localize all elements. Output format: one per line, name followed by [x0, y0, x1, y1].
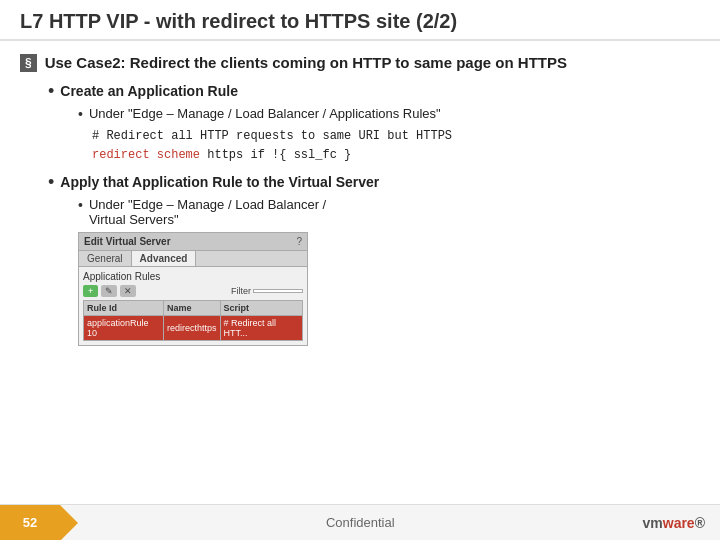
vmware-vm-text: vm	[643, 515, 663, 531]
screenshot-titlebar: Edit Virtual Server ?	[79, 233, 307, 251]
screenshot-body: Application Rules + ✎ ✕ Filter Rule Id N…	[79, 267, 307, 345]
use-case-block: § Use Case2: Redirect the clients coming…	[20, 53, 700, 73]
footer-triangle	[60, 505, 78, 541]
section2-label: Apply that Application Rule to the Virtu…	[60, 174, 379, 190]
code-highlight: redirect scheme	[92, 148, 200, 162]
table-row: applicationRule 10 redirecthttps # Redir…	[84, 315, 303, 340]
bullet-dot-2: •	[48, 172, 54, 193]
code-line-2: redirect scheme https if !{ ssl_fc }	[92, 146, 700, 165]
screenshot-title: Edit Virtual Server	[84, 236, 171, 247]
section2-heading: • Apply that Application Rule to the Vir…	[48, 174, 700, 193]
section1-label: Create an Application Rule	[60, 83, 238, 99]
cell-script: # Redirect all HTT...	[220, 315, 302, 340]
screenshot-tab-general: General	[79, 251, 132, 266]
footer-confidential: Confidential	[78, 515, 643, 530]
col-header-name: Name	[164, 300, 221, 315]
screenshot-tab-advanced: Advanced	[132, 251, 197, 266]
col-header-script: Script	[220, 300, 302, 315]
screenshot-filter-label: Filter	[231, 286, 251, 296]
screenshot-close-icon: ?	[296, 236, 302, 247]
screenshot-filter-input	[253, 289, 303, 293]
main-content: § Use Case2: Redirect the clients coming…	[0, 41, 720, 356]
screenshot-add-btn: +	[83, 285, 98, 297]
section1-sublabel: Under "Edge – Manage / Load Balancer / A…	[89, 106, 441, 121]
vmware-suffix: ®	[695, 515, 705, 531]
screenshot-mockup: Edit Virtual Server ? General Advanced A…	[78, 232, 308, 346]
code-rest: https if !{ ssl_fc }	[200, 148, 351, 162]
bullet-dot-1-1: •	[78, 106, 83, 122]
vmware-ware-text: ware	[663, 515, 695, 531]
use-case-marker: §	[20, 54, 37, 72]
col-header-id: Rule Id	[84, 300, 164, 315]
bullet-dot-1: •	[48, 81, 54, 102]
screenshot-section-label: Application Rules	[83, 271, 303, 282]
screenshot-filter: Filter	[231, 286, 303, 296]
vmware-logo: vmware®	[643, 515, 705, 531]
screenshot-toolbar: + ✎ ✕ Filter	[83, 285, 303, 297]
section2-sub: • Under "Edge – Manage / Load Balancer /…	[78, 197, 700, 227]
screenshot-del-btn: ✕	[120, 285, 136, 297]
section2-sublabel-line1: Under "Edge – Manage / Load Balancer /	[89, 197, 326, 212]
section2-sublabel: Under "Edge – Manage / Load Balancer / V…	[89, 197, 326, 227]
cell-name: redirecthttps	[164, 315, 221, 340]
section2-sublabel-line2: Virtual Servers"	[89, 212, 179, 227]
footer: 52 Confidential vmware®	[0, 504, 720, 540]
footer-logo: vmware®	[643, 515, 720, 531]
bullet-dot-2-1: •	[78, 197, 83, 213]
section1-heading: • Create an Application Rule	[48, 83, 700, 102]
screenshot-tabs: General Advanced	[79, 251, 307, 267]
screenshot-edit-btn: ✎	[101, 285, 117, 297]
cell-id: applicationRule 10	[84, 315, 164, 340]
section1-sub: • Under "Edge – Manage / Load Balancer /…	[78, 106, 700, 122]
screenshot-table: Rule Id Name Script applicationRule 10 r…	[83, 300, 303, 341]
header: L7 HTTP VIP - with redirect to HTTPS sit…	[0, 0, 720, 41]
footer-page-number-bg: 52	[0, 505, 60, 540]
code-block: # Redirect all HTTP requests to same URI…	[92, 127, 700, 165]
footer-page-number: 52	[23, 515, 37, 530]
code-line-1: # Redirect all HTTP requests to same URI…	[92, 127, 700, 146]
page-title: L7 HTTP VIP - with redirect to HTTPS sit…	[20, 10, 457, 32]
use-case-text: Use Case2: Redirect the clients coming o…	[45, 53, 567, 73]
